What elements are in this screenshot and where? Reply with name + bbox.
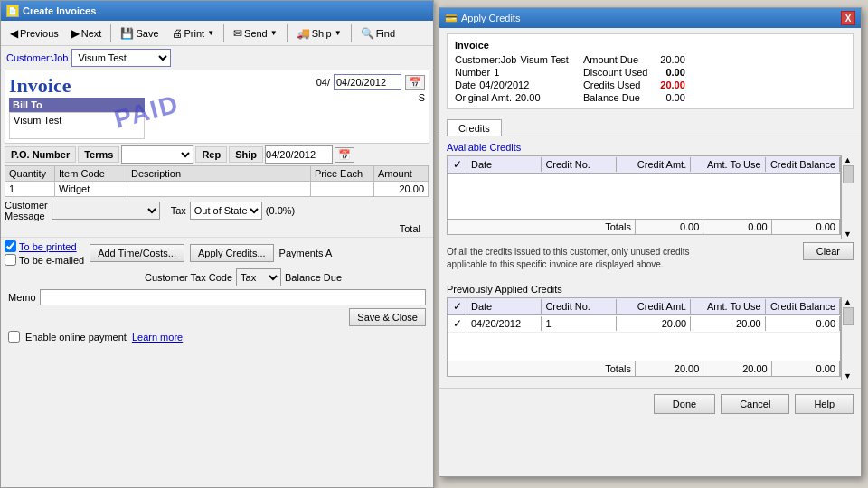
ship-date-picker-btn[interactable]: 📅 (335, 147, 354, 163)
find-button[interactable]: 🔍 Find (355, 24, 401, 42)
apply-credits-buttons: Done Cancel Help (439, 388, 861, 419)
prev-row-check: ✓ (448, 315, 467, 332)
apply-credits-button[interactable]: Apply Credits... (190, 244, 274, 262)
to-be-emailed-text: To be e-mailed (19, 255, 84, 266)
balance-due-label: Balance Due (285, 272, 342, 283)
customer-label: Customer:Job (6, 52, 68, 63)
clear-button[interactable]: Clear (803, 242, 854, 260)
invoice-info-right: Amount Due 20.00 Discount Used 0.00 Cred… (583, 54, 685, 103)
ac-window-icon: 💳 (445, 13, 458, 24)
previous-icon: ◀ (10, 27, 18, 40)
send-dropdown-arrow: ▼ (270, 29, 278, 37)
amount-due-row: Amount Due 20.00 (583, 54, 685, 65)
prev-scroll-down[interactable]: ▼ (844, 371, 852, 380)
enable-online-payment-checkbox[interactable] (8, 331, 20, 343)
po-number-label: P.O. Number (5, 146, 76, 163)
done-button[interactable]: Done (654, 394, 715, 414)
next-icon: ▶ (71, 27, 80, 40)
amount-cell: 20.00 (374, 182, 429, 196)
invoice-info-left: Customer:Job Visum Test Number 1 Date 04… (455, 54, 569, 103)
terms-label: Terms (78, 146, 119, 163)
create-invoices-title-bar: 📄 Create Invoices (1, 1, 433, 21)
avail-scroll-up[interactable]: ▲ (844, 155, 852, 164)
avail-amt-to-use-header: Amt. To Use (691, 157, 765, 172)
toolbar-sep-2 (223, 24, 224, 42)
prev-scrollbar[interactable]: ▲ ▼ (841, 297, 854, 380)
prev-check-col-header: ✓ (448, 298, 467, 314)
avail-scroll-down[interactable]: ▼ (844, 230, 852, 239)
print-button[interactable]: 🖨 Print ▼ (166, 24, 221, 42)
total-row: Total (5, 223, 429, 234)
ship-date-input[interactable] (265, 145, 333, 164)
send-button[interactable]: ✉ Send ▼ (228, 24, 283, 42)
tax-label: Tax (171, 205, 186, 216)
invoice-info-section: Invoice Customer:Job Visum Test Number 1… (447, 33, 854, 109)
original-amt-label: Original Amt. (455, 92, 512, 103)
previous-button[interactable]: ◀ Previous (5, 24, 64, 42)
customer-msg-row: CustomerMessage Tax Out of State (0.0%) (5, 200, 429, 221)
apply-credits-close-button[interactable]: X (841, 11, 855, 25)
add-time-costs-button[interactable]: Add Time/Costs... (90, 244, 184, 262)
credits-used-label: Credits Used (583, 80, 641, 90)
ship-dropdown-arrow: ▼ (335, 29, 342, 37)
prev-scroll-up[interactable]: ▲ (844, 297, 852, 306)
number-label: Number (455, 67, 490, 78)
next-button[interactable]: ▶ Next (66, 24, 108, 42)
cancel-button[interactable]: Cancel (721, 394, 789, 414)
prev-credit-no-header: Credit No. (542, 299, 616, 314)
payments-label: Payments A (279, 248, 333, 258)
prev-scroll-thumb[interactable] (843, 307, 854, 325)
credits-tab-bar: Credits (439, 115, 861, 136)
to-be-printed-checkbox[interactable] (5, 240, 16, 252)
ship-button[interactable]: 🚚 Ship ▼ (291, 24, 347, 42)
customer-select[interactable]: Visum Test (71, 49, 171, 67)
print-icon: 🖨 (172, 27, 183, 40)
memo-label: Memo (8, 292, 36, 303)
memo-input[interactable] (40, 289, 426, 305)
prev-date-header: Date (467, 299, 542, 314)
price-each-header: Price Each (311, 166, 374, 181)
tax-select[interactable]: Out of State (190, 202, 262, 220)
save-close-button[interactable]: Save & Close (349, 308, 426, 326)
original-amt-row: Original Amt. 20.00 (455, 92, 569, 103)
avail-date-header: Date (467, 157, 542, 172)
prev-applied-body: ✓ 04/20/2012 1 20.00 20.00 0.00 (448, 315, 840, 361)
date-row-info: Date 04/20/2012 (455, 80, 569, 90)
avail-total-credit-amt: 0.00 (636, 220, 703, 234)
total-label: Total (400, 223, 420, 234)
learn-more-link[interactable]: Learn more (132, 332, 183, 343)
to-be-printed-label[interactable]: To be printed (5, 240, 84, 252)
invoice-right-s-label: S (419, 92, 425, 103)
avail-scroll-thumb[interactable] (843, 165, 854, 183)
save-close-row: Save & Close (5, 305, 429, 329)
ship-icon: 🚚 (297, 27, 310, 40)
date-picker-btn[interactable]: 📅 (405, 75, 425, 90)
customer-msg-label: CustomerMessage (5, 200, 48, 221)
date-label: 04/ (316, 77, 330, 88)
invoice-date-input[interactable] (334, 74, 401, 90)
credits-tab[interactable]: Credits (447, 119, 502, 136)
toolbar-sep-1 (110, 24, 111, 42)
description-cell (127, 182, 311, 196)
avail-scrollbar[interactable]: ▲ ▼ (841, 155, 854, 239)
amount-due-label: Amount Due (583, 54, 638, 65)
available-credits-table-wrapper: ✓ Date Credit No. Credit Amt. Amt. To Us… (447, 155, 854, 239)
save-button[interactable]: 💾 Save (115, 24, 164, 42)
action-area: To be printed To be e-mailed Add Time/Co… (1, 237, 433, 347)
create-invoices-title: Create Invoices (23, 5, 96, 16)
credits-used-row: Credits Used 20.00 (583, 80, 685, 90)
terms-select[interactable] (121, 145, 193, 164)
credits-note: Of all the credits issued to this custom… (447, 246, 689, 271)
customer-job-label: Customer:Job (455, 54, 516, 65)
to-be-emailed-label[interactable]: To be e-mailed (5, 254, 84, 266)
invoice-info-rows: Customer:Job Visum Test Number 1 Date 04… (455, 54, 845, 103)
prev-row-credit-no: 1 (542, 316, 616, 331)
customer-msg-select[interactable] (52, 202, 160, 220)
balance-due-info-label: Balance Due (583, 92, 640, 103)
to-be-emailed-checkbox[interactable] (5, 254, 16, 266)
help-button[interactable]: Help (795, 394, 854, 414)
available-credits-body (448, 174, 840, 219)
tax-code-select[interactable]: Tax (236, 268, 281, 286)
create-invoices-window: 📄 Create Invoices ◀ Previous ▶ Next 💾 Sa… (0, 0, 434, 488)
tax-percent: (0.0%) (266, 205, 295, 216)
